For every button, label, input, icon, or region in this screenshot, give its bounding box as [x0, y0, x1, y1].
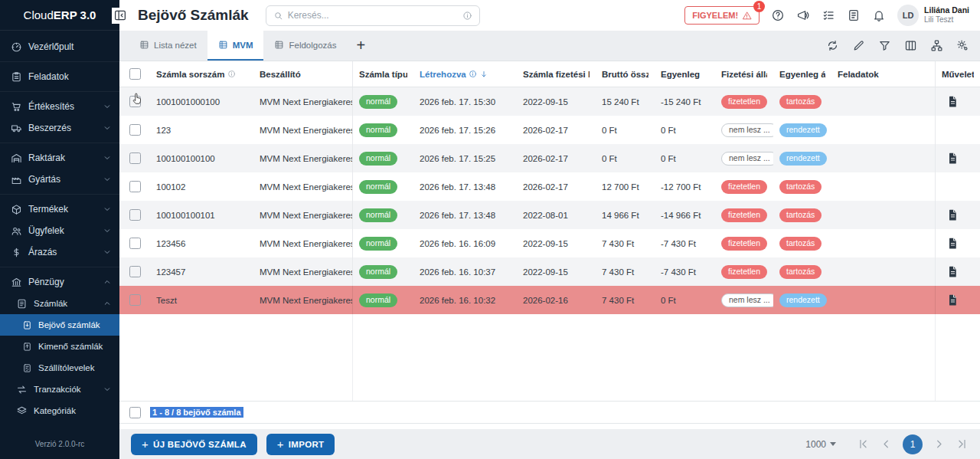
chevron-down-icon [103, 385, 112, 394]
row-checkbox[interactable] [129, 294, 141, 306]
created-cell: 2026 feb. 16. 16:09 [413, 229, 517, 257]
column-label: Bruttó összese [602, 70, 648, 79]
select-all-checkbox[interactable] [129, 68, 141, 80]
sidebar-item-kategoriak[interactable]: Kategóriák [0, 400, 119, 421]
sidebar-item-szallitolevelek[interactable]: Szállítólevelek [0, 357, 119, 379]
first-page-button[interactable] [857, 438, 870, 451]
column-header-actions[interactable]: Műveletek [936, 61, 980, 87]
view-grid-icon [274, 40, 284, 50]
current-page-button[interactable]: 1 [903, 434, 923, 454]
table-row[interactable]: TesztMVM Next Energiakereskedőnormál2026… [119, 286, 980, 314]
row-checkbox[interactable] [129, 124, 141, 136]
tab-mvm[interactable]: MVM [207, 31, 264, 61]
table-row[interactable]: 100100100100MVM Next Energiakereskedőnor… [119, 144, 980, 172]
sidebar-item-beszerzes[interactable]: Beszerzés [0, 117, 119, 139]
payment-status-badge: fizetetlen [721, 237, 767, 251]
sidebar-item-arazas[interactable]: Árazás [0, 241, 119, 263]
invoice-type-cell: normál [353, 172, 413, 201]
sidebar-item-bejovo-szamlak[interactable]: Bejövő számlák [0, 314, 119, 336]
column-header-payment-status[interactable]: Fizetési állapo [715, 61, 773, 87]
page-size-select[interactable]: 1000 [805, 439, 836, 450]
user-menu[interactable]: LD Liliána Dani Lili Teszt [897, 5, 969, 26]
column-header-balance[interactable]: Egyenleg [655, 61, 715, 87]
document-icon[interactable] [946, 237, 959, 250]
row-checkbox[interactable] [129, 238, 141, 249]
tab-feldolgozas[interactable]: Feldolgozás [263, 31, 347, 61]
views-button[interactable] [930, 39, 943, 52]
columns-button[interactable] [904, 39, 917, 52]
table-row[interactable]: 123456MVM Next Energiakereskedőnormál202… [119, 229, 980, 257]
table-row[interactable]: 100100100101MVM Next Energiakereskedőnor… [119, 201, 980, 229]
add-view-button[interactable]: + [347, 31, 374, 61]
document-icon[interactable] [946, 293, 959, 307]
refresh-button[interactable] [826, 39, 839, 52]
info-icon [462, 11, 472, 21]
column-header-supplier[interactable]: Beszállító [253, 61, 353, 87]
column-header-balance-status[interactable]: Egyenleg állap [773, 61, 831, 87]
last-page-button[interactable] [956, 438, 969, 451]
notes-icon [847, 8, 861, 22]
document-icon[interactable] [946, 265, 959, 278]
column-divider [935, 314, 936, 401]
column-header-due-date[interactable]: Számla fizetési hatá [517, 61, 596, 87]
column-label: Létrehozva [420, 70, 466, 79]
table-row[interactable]: 123MVM Next Energiakereskedőnormál2026 f… [119, 116, 980, 144]
due-date-cell: 2026-02-16 [517, 286, 596, 314]
gross-total-cell: 12 700 Ft [596, 172, 655, 201]
table-row[interactable]: 1001001000100MVM Next Energiakereskedőno… [119, 87, 980, 116]
invoice-type-badge: normál [359, 95, 397, 109]
sidebar-item-label: Értékesítés [28, 101, 74, 112]
sidebar-item-kimeno-szamlak[interactable]: Kimenő számlák [0, 336, 119, 357]
filter-button[interactable] [878, 39, 891, 52]
balance-status-cell: tartozás [773, 87, 831, 116]
row-checkbox[interactable] [129, 266, 141, 277]
column-header-invoice-type[interactable]: Számla típusa [353, 61, 413, 87]
announcement-button[interactable] [796, 8, 810, 22]
search-icon [273, 11, 283, 21]
invoice-type-cell: normál [353, 229, 413, 257]
table-row[interactable]: 123457MVM Next Energiakereskedőnormál202… [119, 257, 980, 286]
help-button[interactable] [771, 8, 785, 22]
checklist-button[interactable] [822, 8, 835, 22]
next-page-button[interactable] [933, 438, 946, 451]
sidebar-item-feladatok[interactable]: Feladatok [0, 66, 119, 87]
import-button[interactable]: + IMPORT [266, 434, 335, 455]
row-checkbox[interactable] [129, 209, 141, 221]
document-icon[interactable] [946, 152, 959, 165]
balance-status-badge: tartozás [779, 180, 822, 194]
column-header-created[interactable]: Létrehozva [413, 61, 517, 87]
previous-page-button[interactable] [880, 438, 893, 451]
new-invoice-button[interactable]: + ÚJ BEJÖVŐ SZÁMLA [131, 434, 257, 455]
document-icon[interactable] [946, 208, 959, 221]
sidebar-item-tranzakciok[interactable]: Tranzakciók [0, 379, 119, 400]
settings-button[interactable] [956, 39, 969, 52]
edit-button[interactable] [852, 39, 865, 52]
sidebar-item-penzugy[interactable]: Pénzügy [0, 271, 119, 293]
actions-cell [936, 87, 980, 116]
new-invoice-button-label: ÚJ BEJÖVŐ SZÁMLA [153, 440, 247, 449]
sidebar-item-ugyfelek[interactable]: Ügyfelek [0, 220, 119, 241]
column-header-gross-total[interactable]: Bruttó összese [596, 61, 655, 87]
bell-button[interactable] [872, 8, 886, 22]
row-checkbox[interactable] [129, 152, 141, 164]
document-icon[interactable] [946, 95, 959, 108]
customers-icon [11, 225, 22, 237]
search-input[interactable] [288, 10, 458, 21]
sidebar-item-szamlak[interactable]: Számlák [0, 293, 119, 314]
column-header-tasks[interactable]: Feladatok [831, 61, 936, 87]
sidebar-item-gyartas[interactable]: Gyártás [0, 169, 119, 190]
app-logo[interactable]: CloudERP 3.0 [0, 0, 119, 31]
row-checkbox[interactable] [129, 96, 141, 107]
table-row[interactable]: 100102MVM Next Energiakereskedőnormál202… [119, 172, 980, 201]
sidebar-item-vezerlopult[interactable]: Vezérlőpult [0, 36, 119, 57]
sidebar-item-ertekesites[interactable]: Értékesítés [0, 96, 119, 117]
sidebar-item-termekek[interactable]: Termékek [0, 198, 119, 220]
column-header-invoice-number[interactable]: Számla sorszám [150, 61, 253, 87]
select-all-checkbox[interactable] [129, 407, 141, 418]
tab-lista-nezet[interactable]: Lista nézet [129, 31, 207, 61]
sidebar-item-raktarak[interactable]: Raktárak [0, 147, 119, 169]
row-checkbox[interactable] [129, 181, 141, 192]
warning-button[interactable]: FIGYELEM! 1 [684, 6, 760, 25]
notes-button[interactable] [847, 8, 861, 22]
sidebar-collapse-button[interactable] [112, 8, 128, 24]
